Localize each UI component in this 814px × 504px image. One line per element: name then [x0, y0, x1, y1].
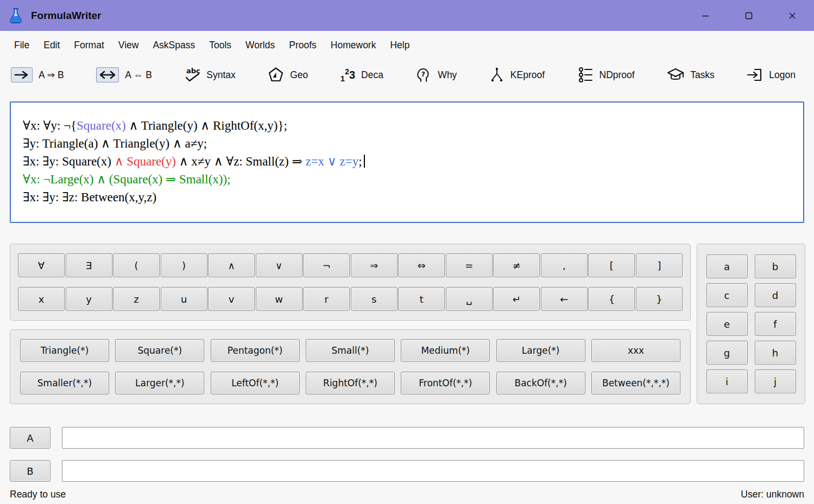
symbol-keyboard-panel: ∀∃()∧∨¬⇒⇔=≠,[] xyzuvwrst␣↵←{}	[10, 244, 691, 321]
symbol-key[interactable]: ∧	[208, 253, 255, 277]
predicate-key[interactable]: LeftOf(*,*)	[211, 372, 300, 394]
b-button[interactable]: B	[10, 460, 51, 482]
symbol-key[interactable]: ⇒	[351, 253, 397, 277]
menu-item-proofs[interactable]: Proofs	[282, 35, 324, 56]
letter-key[interactable]: c	[706, 283, 748, 307]
a-button[interactable]: A	[10, 427, 51, 449]
toolbar-button-ndproof[interactable]: NDproof	[574, 62, 638, 87]
predicate-key[interactable]: Between(*,*,*)	[591, 372, 680, 394]
formula-segment: Square(x)	[77, 119, 126, 132]
symbol-key[interactable]: }	[636, 287, 683, 311]
menu-bar: File Edit Format View AskSpass Tools Wor…	[0, 31, 814, 59]
formula-segment: ∃y: Triangle(a) ∧ Triangle(y) ∧ a≠y;	[23, 137, 207, 150]
symbol-row-2: xyzuvwrst␣↵←{}	[18, 287, 683, 311]
head-question-icon: ?	[415, 67, 432, 83]
letter-key[interactable]: i	[706, 369, 748, 393]
proof-tree-icon	[489, 67, 504, 83]
status-text: Ready to use	[10, 489, 66, 500]
symbol-key[interactable]: ←	[541, 287, 588, 311]
symbol-key[interactable]: ]	[636, 253, 683, 277]
b-input[interactable]	[62, 460, 804, 482]
symbol-key[interactable]: [	[588, 253, 635, 277]
minimize-button[interactable]	[684, 0, 727, 31]
menu-item-askspass[interactable]: AskSpass	[146, 35, 202, 56]
symbol-key[interactable]: y	[66, 287, 112, 311]
formula-segment: ∀x: ¬Large(x) ∧ (Square(x) ⇒ Small(x));	[23, 173, 231, 186]
predicate-key[interactable]: FrontOf(*,*)	[401, 372, 490, 394]
symbol-key[interactable]: ¬	[303, 253, 350, 277]
letter-key[interactable]: d	[755, 283, 796, 307]
logon-arrow-icon	[747, 67, 763, 82]
symbol-key[interactable]: x	[18, 287, 65, 311]
menu-item-homework[interactable]: Homework	[324, 35, 383, 56]
toolbar-button-keproof[interactable]: KEproof	[486, 62, 548, 87]
letter-key[interactable]: f	[755, 312, 796, 336]
letter-key[interactable]: j	[755, 369, 796, 393]
symbol-key[interactable]: ∃	[66, 253, 112, 277]
toolbar-button-tasks[interactable]: Tasks	[664, 62, 718, 87]
symbol-key[interactable]: t	[398, 287, 445, 311]
a-input[interactable]	[62, 427, 804, 449]
symbol-key[interactable]: ␣	[446, 287, 493, 311]
toolbar-button-why[interactable]: ? Why	[412, 62, 460, 87]
symbol-key[interactable]: r	[303, 287, 350, 311]
symbol-key[interactable]: ∀	[18, 253, 65, 277]
symbol-key[interactable]: u	[161, 287, 207, 311]
toolbar-button-implication[interactable]: A ⇒ B	[8, 62, 67, 87]
symbol-key[interactable]: =	[446, 253, 493, 277]
toolbar-button-logon[interactable]: Logon	[743, 62, 799, 87]
menu-item-file[interactable]: File	[7, 35, 36, 56]
symbol-key[interactable]: ,	[541, 253, 588, 277]
arrow-right-icon	[11, 67, 33, 82]
toolbar-button-biconditional[interactable]: A ⇔ B	[93, 62, 155, 87]
menu-item-tools[interactable]: Tools	[202, 35, 238, 56]
toolbar-label: Geo	[290, 69, 308, 81]
close-button[interactable]	[771, 0, 814, 31]
symbol-key[interactable]: w	[256, 287, 302, 311]
symbol-key[interactable]: ∨	[256, 253, 302, 277]
predicate-key[interactable]: xxx	[591, 339, 680, 362]
predicate-key[interactable]: Square(*)	[115, 339, 204, 362]
menu-item-help[interactable]: Help	[383, 35, 417, 56]
formula-line: ∃y: Triangle(a) ∧ Triangle(y) ∧ a≠y;	[23, 135, 791, 152]
menu-item-view[interactable]: View	[111, 35, 146, 56]
numbers-123-icon: 123	[340, 69, 355, 80]
letter-key[interactable]: b	[755, 254, 796, 278]
letter-key[interactable]: a	[706, 254, 748, 278]
predicate-key[interactable]: Small(*)	[306, 339, 395, 362]
toolbar-label: Why	[438, 69, 457, 81]
predicate-key[interactable]: Smaller(*,*)	[20, 372, 109, 394]
symbol-key[interactable]: {	[588, 287, 635, 311]
toolbar-button-geo[interactable]: Geo	[264, 62, 311, 87]
menu-item-format[interactable]: Format	[67, 35, 111, 56]
predicate-key[interactable]: Large(*)	[496, 339, 585, 362]
predicate-key[interactable]: Larger(*,*)	[115, 372, 204, 394]
maximize-button[interactable]	[727, 0, 771, 31]
pentagon-icon	[268, 67, 284, 83]
letter-key[interactable]: e	[706, 312, 748, 336]
predicate-key[interactable]: RightOf(*,*)	[306, 372, 395, 394]
predicate-key[interactable]: BackOf(*,*)	[496, 372, 585, 394]
symbol-key[interactable]: v	[208, 287, 255, 311]
symbol-key[interactable]: ↵	[493, 287, 540, 311]
toolbar-label: Tasks	[690, 69, 715, 81]
symbol-key[interactable]: ≠	[493, 253, 540, 277]
predicate-key[interactable]: Triangle(*)	[20, 339, 109, 362]
letter-key[interactable]: g	[706, 341, 748, 365]
symbol-key[interactable]: )	[161, 253, 207, 277]
predicate-key[interactable]: Pentagon(*)	[211, 339, 300, 362]
symbol-key[interactable]: (	[113, 253, 160, 277]
letter-key[interactable]: h	[755, 341, 796, 365]
toolbar-button-deca[interactable]: 123 Deca	[337, 62, 387, 87]
toolbar-button-syntax[interactable]: abc Syntax	[181, 62, 239, 87]
menu-item-worlds[interactable]: Worlds	[238, 35, 282, 56]
formula-segment: ∧ x≠y ∧ ∀z: Small(z) ⇒	[176, 155, 306, 168]
symbol-key[interactable]: ⇔	[398, 253, 445, 277]
symbol-key[interactable]: s	[351, 287, 397, 311]
graduation-cap-icon	[667, 67, 684, 82]
symbol-key[interactable]: z	[113, 287, 160, 311]
menu-item-edit[interactable]: Edit	[36, 35, 67, 56]
predicate-key[interactable]: Medium(*)	[401, 339, 490, 362]
formula-editor[interactable]: ∀x: ∀y: ¬{Square(x) ∧ Triangle(y) ∧ Righ…	[10, 101, 804, 223]
maximize-icon	[745, 12, 753, 20]
